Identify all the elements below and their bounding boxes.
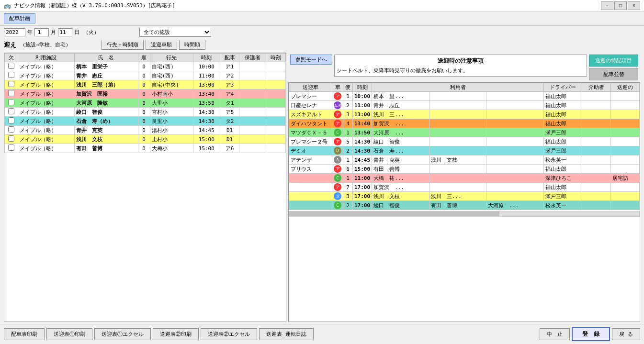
- order-cell: 0: [138, 135, 150, 144]
- maximize-button[interactable]: □: [614, 1, 627, 10]
- register-button[interactable]: 登 録: [572, 327, 610, 341]
- user3-cell: 大河原 ...: [486, 201, 544, 210]
- haisha-keikaku-button[interactable]: 配車計画: [4, 13, 35, 23]
- name-cell: 加賀沢 匡裕: [74, 89, 138, 99]
- right-table-area[interactable]: 送迎車 車 便 時刻 利用者 ドライバー 介助者 送迎の プレマシー: [288, 82, 640, 322]
- sha-cell: C: [332, 174, 343, 183]
- left-table-row: メイプル（略） 綾口 智俊 0 宮村小 14:30 ア5: [5, 108, 286, 117]
- order-cell: 0: [138, 126, 150, 135]
- print-soteihyo2-button[interactable]: 送迎表②印刷: [153, 328, 199, 340]
- note-cell: [611, 137, 640, 146]
- right-table: 送迎車 車 便 時刻 利用者 ドライバー 介助者 送迎の プレマシー: [289, 83, 640, 210]
- user1-cell: 綾口 智俊: [372, 201, 429, 210]
- ketu-checkbox[interactable]: [8, 63, 14, 69]
- bin-cell: 2: [343, 146, 353, 155]
- facility-cell: メイプル（略）: [18, 108, 74, 117]
- left-panel: 欠 利用施設 氏 名 順 行先 時刻 配車 保護者 時刻: [4, 53, 286, 322]
- user1-cell: 浅川 文枝: [372, 192, 429, 201]
- excel-soteihyo2-button[interactable]: 送迎表②エクセル: [201, 328, 257, 340]
- car-label-cell: マツダＣＸ－５: [289, 128, 332, 137]
- guardian-cell: [239, 80, 266, 89]
- dest-cell: 自宅(西): [150, 62, 193, 71]
- print-soteihyo1-button[interactable]: 送迎表①印刷: [46, 328, 92, 340]
- ketu-checkbox[interactable]: [8, 108, 14, 114]
- app-icon: 🚌: [4, 2, 11, 9]
- col-car: 配車: [220, 54, 239, 62]
- car-cell: ア5: [220, 108, 239, 117]
- dest-cell: 良里小: [150, 117, 193, 126]
- print-driving-log-button[interactable]: 送迎表_運転日誌: [259, 328, 314, 340]
- car-label-cell: プレマシー: [289, 92, 332, 101]
- ketu-checkbox[interactable]: [8, 117, 14, 123]
- ketu-checkbox[interactable]: [8, 90, 14, 96]
- excel-soteihyo1-button[interactable]: 送迎表①エクセル: [94, 328, 151, 340]
- sha-cell: ア: [332, 119, 343, 128]
- name-cell: 有田 善博: [74, 144, 138, 153]
- destination-time-order-button[interactable]: 行先＋時間順: [102, 40, 144, 50]
- driver-cell: 福山太郎: [544, 92, 582, 101]
- ketu-checkbox[interactable]: [8, 81, 14, 87]
- back-button[interactable]: 戻 る: [612, 328, 640, 340]
- day-input[interactable]: [58, 28, 72, 36]
- jikoku-cell: 17:00: [353, 192, 372, 201]
- time-order-button[interactable]: 時間順: [179, 40, 205, 50]
- minimize-button[interactable]: －: [601, 1, 613, 10]
- col-order: 順: [138, 54, 150, 62]
- title-bar: 🚌 ナビック情報（新認証）様（V 3.76.0:0081.SV051）[広島花子…: [0, 0, 644, 11]
- print-haisha-button[interactable]: 配車表印刷: [4, 328, 45, 340]
- jikoku-cell: 14:45: [353, 155, 372, 165]
- user1-cell: 柄本 里...: [372, 92, 429, 101]
- car-cell: ア4: [220, 89, 239, 99]
- ketu-checkbox[interactable]: [8, 126, 14, 133]
- shuttle-car-order-button[interactable]: 送迎車順: [146, 40, 177, 50]
- jikoku-cell: 13:00: [353, 110, 372, 119]
- name-cell: 大河原 隆敏: [74, 99, 138, 108]
- car-label-cell: ダイハツタント: [289, 119, 332, 128]
- stop-button[interactable]: 中 止: [540, 328, 570, 340]
- guardian-cell: [239, 89, 266, 99]
- user3-cell: [486, 119, 544, 128]
- close-button[interactable]: ×: [628, 1, 640, 10]
- helper-cell: [582, 146, 611, 155]
- day-of-week: （火）: [83, 29, 99, 36]
- user1-cell: 青井 克英: [372, 155, 429, 165]
- left-table-row: メイプル（略） 有田 善博 0 大梅小 15:00 ア6: [5, 144, 286, 153]
- ketu-checkbox[interactable]: [8, 99, 14, 105]
- ketu-checkbox[interactable]: [8, 72, 14, 78]
- helper-cell: [582, 92, 611, 101]
- sha-cell: ア: [332, 92, 343, 101]
- jikoku-cell: 11:00: [353, 101, 372, 110]
- user2-cell: 有田 善博: [429, 201, 486, 210]
- car-cell: ア1: [220, 62, 239, 71]
- dest-cell: 自宅(中央): [150, 80, 193, 89]
- driver-cell: 福山太郎: [544, 183, 582, 192]
- jikoku-cell: 14:30: [353, 137, 372, 146]
- bin-cell: 1: [343, 128, 353, 137]
- car-cell: ア3: [220, 80, 239, 89]
- time-cell: 10:00: [193, 62, 220, 71]
- order-cell: 0: [138, 117, 150, 126]
- facility-select[interactable]: 全ての施設: [139, 28, 211, 37]
- year-input[interactable]: [4, 28, 25, 36]
- ketu-checkbox[interactable]: [8, 135, 14, 142]
- window-controls[interactable]: － □ ×: [601, 1, 640, 10]
- month-input[interactable]: [34, 28, 49, 36]
- sha-cell: ア: [332, 137, 343, 146]
- right-table-row: タ 3 17:00 浅川 文枝 浅川 三... 瀬戸三郎: [289, 192, 640, 201]
- reference-mode-button[interactable]: 参照モードへ: [290, 55, 332, 65]
- left-table-row: メイプル（略） 加賀沢 匡裕 0 小村南小 13:40 ア4: [5, 89, 286, 99]
- haisha-narabikaete-button[interactable]: 配車並替: [589, 68, 638, 80]
- user2-cell: [429, 110, 486, 119]
- note-cell: [611, 119, 640, 128]
- user1-cell: 青井 志丘: [372, 101, 429, 110]
- ketu-checkbox[interactable]: [8, 144, 14, 151]
- col-riyosha: 利用者: [372, 83, 544, 92]
- left-table-row: メイプル（略） 浅川 三郎（弟） 0 自宅(中央) 13:00 ア3: [5, 80, 286, 89]
- time-cell: 13:00: [193, 80, 220, 89]
- guardian-cell: [239, 71, 266, 80]
- time-cell: 14:30: [193, 117, 220, 126]
- day-label: 日: [74, 29, 79, 36]
- title-bar-title: ナビック情報（新認証）様（V 3.76.0:0081.SV051）[広島花子]: [14, 2, 175, 9]
- special-note-button[interactable]: 送迎の特記項目: [589, 55, 638, 67]
- left-table-row: メイプル（略） 大河原 隆敏 0 大里小 13:50 タ1: [5, 99, 286, 108]
